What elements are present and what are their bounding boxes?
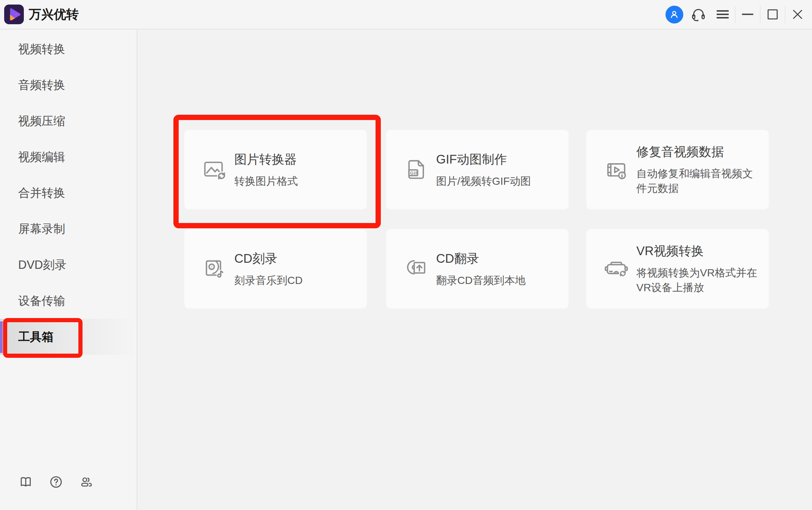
sidebar-item-toolbox[interactable]: 工具箱 <box>0 319 136 355</box>
card-media-metadata-repair[interactable]: 修复音视频数据 自动修复和编辑音视频文 件元数据 <box>586 130 769 209</box>
sidebar-item-label: 设备传输 <box>18 293 65 309</box>
card-image-converter[interactable]: 图片转换器 转换图片格式 <box>184 130 367 209</box>
help-button[interactable] <box>49 475 63 489</box>
sidebar-nav: 视频转换 音频转换 视频压缩 视频编辑 合并转换 屏幕录制 DVD刻录 设备传输… <box>0 31 136 355</box>
sidebar-item-video-convert[interactable]: 视频转换 <box>0 31 136 67</box>
sidebar-item-merge-convert[interactable]: 合并转换 <box>0 175 136 211</box>
sidebar-item-label: 视频编辑 <box>18 149 65 165</box>
card-vr-converter[interactable]: VR视频转换 将视频转换为VR格式并在 VR设备上播放 <box>586 229 769 309</box>
sidebar: 视频转换 音频转换 视频压缩 视频编辑 合并转换 屏幕录制 DVD刻录 设备传输… <box>0 30 137 510</box>
support-button[interactable] <box>686 0 711 29</box>
sidebar-item-label: 合并转换 <box>18 185 65 201</box>
svg-text:GIF: GIF <box>410 170 418 176</box>
card-title: 图片转换器 <box>234 151 298 168</box>
sidebar-item-label: DVD刻录 <box>18 257 66 273</box>
sidebar-item-label: 工具箱 <box>18 329 53 345</box>
card-subtitle: 转换图片格式 <box>234 174 298 189</box>
close-button[interactable] <box>786 0 810 29</box>
sidebar-item-label: 音频转换 <box>18 77 65 93</box>
question-icon <box>49 475 63 489</box>
sidebar-footer <box>19 475 94 489</box>
sidebar-item-video-compress[interactable]: 视频压缩 <box>0 103 136 139</box>
people-icon <box>79 475 94 489</box>
cd-burn-icon <box>202 256 227 281</box>
card-text: CD刻录 刻录音乐到CD <box>234 250 302 288</box>
media-repair-icon <box>604 157 629 182</box>
card-cd-burn[interactable]: CD刻录 刻录音乐到CD <box>184 229 367 309</box>
card-cd-rip[interactable]: CD翻录 翻录CD音频到本地 <box>386 229 569 309</box>
sidebar-item-device-transfer[interactable]: 设备传输 <box>0 283 136 319</box>
card-title: CD翻录 <box>436 250 525 267</box>
titlebar-controls <box>662 0 810 29</box>
user-guide-button[interactable] <box>19 475 33 489</box>
cd-rip-icon <box>404 256 429 281</box>
card-gif-maker[interactable]: GIF GIF动图制作 图片/视频转GIF动图 <box>386 130 569 209</box>
sidebar-item-label: 视频压缩 <box>18 113 65 129</box>
title-bar: 万兴优转 <box>0 0 812 30</box>
book-icon <box>19 475 33 489</box>
card-title: GIF动图制作 <box>436 151 531 168</box>
card-subtitle: 刻录音乐到CD <box>234 273 302 288</box>
card-text: CD翻录 翻录CD音频到本地 <box>436 250 525 288</box>
card-title: 修复音视频数据 <box>636 143 753 161</box>
card-subtitle: 翻录CD音频到本地 <box>436 273 525 288</box>
card-text: 图片转换器 转换图片格式 <box>234 151 298 189</box>
card-title: VR视频转换 <box>636 243 757 260</box>
sidebar-item-screen-record[interactable]: 屏幕录制 <box>0 211 136 247</box>
minimize-button[interactable] <box>736 0 760 29</box>
close-icon <box>792 9 803 20</box>
card-title: CD刻录 <box>234 250 302 267</box>
maximize-button[interactable] <box>761 0 785 29</box>
image-converter-icon <box>202 157 227 182</box>
menu-button[interactable] <box>711 0 735 29</box>
sidebar-item-audio-convert[interactable]: 音频转换 <box>0 67 136 103</box>
minimize-icon <box>742 14 753 15</box>
card-subtitle: 将视频转换为VR格式并在 VR设备上播放 <box>636 265 757 295</box>
user-avatar-icon <box>665 6 683 23</box>
sidebar-item-video-edit[interactable]: 视频编辑 <box>0 139 136 175</box>
hamburger-icon <box>717 10 729 19</box>
app-title: 万兴优转 <box>29 0 79 29</box>
card-subtitle: 图片/视频转GIF动图 <box>436 174 531 189</box>
account-button[interactable] <box>662 0 686 29</box>
card-subtitle: 自动修复和编辑音视频文 件元数据 <box>636 166 753 196</box>
maximize-icon <box>767 9 778 20</box>
sidebar-item-label: 屏幕录制 <box>18 221 65 237</box>
gif-maker-icon: GIF <box>404 157 429 182</box>
sidebar-item-label: 视频转换 <box>18 41 65 57</box>
card-text: VR视频转换 将视频转换为VR格式并在 VR设备上播放 <box>636 243 757 295</box>
card-text: 修复音视频数据 自动修复和编辑音视频文 件元数据 <box>636 143 753 196</box>
community-button[interactable] <box>79 475 94 489</box>
app-logo-icon <box>4 4 24 25</box>
vr-converter-icon <box>604 256 629 281</box>
card-text: GIF动图制作 图片/视频转GIF动图 <box>436 151 531 189</box>
sidebar-item-dvd-burn[interactable]: DVD刻录 <box>0 247 136 283</box>
